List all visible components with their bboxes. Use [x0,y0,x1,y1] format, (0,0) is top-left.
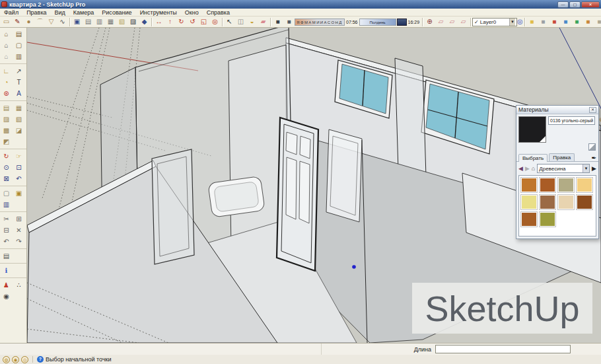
3d-text-tool[interactable]: A [13,88,25,99]
tape-measure-tool[interactable]: ∟ [0,65,13,77]
print-button[interactable]: ▤ [0,250,13,262]
circle-tool[interactable]: ● [23,17,34,27]
stamp-tool[interactable]: ▧ [13,114,25,125]
copy-button[interactable]: ⊞ [13,213,25,225]
cut-button[interactable]: ✂ [0,213,13,225]
layer-dropdown[interactable]: ✓ Layer0 ▼ [472,18,517,26]
undo-button[interactable]: ↶ [0,236,13,247]
axes-tool[interactable]: ↗ [13,65,25,77]
scale-cube-tool[interactable]: ▦ [105,17,116,27]
section-plane-button[interactable]: ▱ [435,17,446,27]
save-file-button[interactable]: ▥ [0,199,13,210]
open-file-button[interactable]: ▣ [13,188,25,199]
forward-button[interactable]: ▶ [525,165,530,172]
shadow-time-slider-end[interactable] [397,18,407,26]
view-side-button[interactable]: ▥ [13,51,25,62]
line-tool[interactable]: ✎ [12,17,23,27]
select-tool[interactable]: ↖ [224,17,235,27]
collection-dropdown[interactable]: Древесина ▼ [537,164,590,173]
move-cube-tool[interactable]: ▤ [83,17,94,27]
maximize-button[interactable]: ▢ [569,1,581,8]
menu-item[interactable]: Справка [203,9,234,16]
help-icon[interactable]: ? [37,356,44,363]
menu-item[interactable]: Рисование [98,9,135,16]
wood-swatch-1[interactable] [520,177,538,193]
layer-manager-button[interactable]: ◎ [517,17,523,27]
sandbox-from-scratch-tool[interactable]: ▦ [13,102,25,114]
paint-bucket-tool[interactable]: ◒ [246,17,258,27]
detail-arrow-button[interactable]: ▶ [592,165,596,172]
view-top-button[interactable]: ▢ [13,40,25,51]
push-pull-tool[interactable]: ▣ [71,17,83,27]
shadow-settings-button[interactable]: ■ [272,17,283,27]
get-models-button[interactable]: ■ [583,17,594,27]
menu-item[interactable]: Окно [181,9,203,16]
intersect-tool[interactable]: ▧ [116,17,127,27]
back-button[interactable]: ◀ [518,165,523,172]
rectangle-tool[interactable]: ▭ [1,17,12,27]
erase-button[interactable]: ✕ [13,225,25,236]
solid-tools[interactable]: ◆ [139,17,150,27]
axes-display-button[interactable]: ⊕ [424,17,435,27]
offset-tool[interactable]: ◎ [209,17,221,27]
preview-in-google-earth-button[interactable]: ■ [571,17,583,27]
follow-me-tool[interactable]: ▥ [94,17,105,27]
outer-shell-tool[interactable]: ▨ [127,17,139,27]
eyedropper-icon[interactable]: ✒ [591,155,596,161]
tab-edit[interactable]: Правка [549,153,575,161]
default-material-button[interactable] [588,143,596,151]
home-icon[interactable]: ⌂ [532,165,535,172]
section-cuts-button[interactable]: ▱ [446,17,458,27]
rotate-back-tool[interactable]: ↺ [187,17,198,27]
wood-swatch-8[interactable] [576,194,593,210]
shadow-time-slider[interactable]: Полдень [359,18,396,26]
flip-edge-tool[interactable]: ◩ [0,136,13,147]
materials-close-button[interactable]: ✕ [589,107,596,113]
menu-item[interactable]: Правка [22,9,50,16]
scale-tool[interactable]: ◱ [198,17,209,27]
position-camera-tool[interactable]: ♟ [0,279,13,291]
wood-swatch-3[interactable] [557,177,575,193]
wood-swatch-6[interactable] [539,194,556,210]
materials-panel-titlebar[interactable]: Материалы ✕ [516,106,598,114]
material-name-field[interactable]: 0136 угольно-серый [548,116,595,125]
paste-button[interactable]: ⊟ [0,225,13,236]
credit-status-icon[interactable]: ◉ [12,356,19,363]
zoom-window-tool[interactable]: ⊡ [13,162,25,173]
add-detail-tool[interactable]: ◪ [13,125,25,136]
wood-swatch-9[interactable] [520,211,538,227]
geolocation-status-icon[interactable]: ◍ [3,356,10,363]
zoom-extents-tool[interactable]: ⊠ [0,173,13,184]
get-current-view-button[interactable]: ■ [526,17,538,27]
wood-swatch-10[interactable] [539,211,556,227]
rotate-tool[interactable]: ↻ [176,17,187,27]
share-model-button[interactable]: ■ [594,17,601,27]
measurement-input[interactable] [435,345,571,353]
arc-tool[interactable]: ⌒ [34,17,46,27]
wood-swatch-2[interactable] [539,177,556,193]
menu-item[interactable]: Файл [0,9,22,16]
close-button[interactable]: ✕ [581,1,600,8]
view-back-button[interactable]: ▤ [13,28,25,40]
menu-item[interactable]: Инструменты [136,9,181,16]
sandbox-from-contours-tool[interactable]: ▤ [0,102,13,114]
signin-status-icon[interactable]: ◎ [21,356,28,363]
move-tool[interactable]: ↔ [153,17,164,27]
text-tool[interactable]: T [13,77,25,88]
look-around-tool[interactable]: ◉ [0,291,13,302]
orbit-tool[interactable]: ↻ [0,151,13,162]
wood-swatch-4[interactable] [576,177,593,193]
menu-item[interactable]: Камера [69,9,98,16]
toggle-terrain-button[interactable]: ■ [538,17,549,27]
polygon-tool[interactable]: ▽ [46,17,57,27]
make-component-button[interactable]: ◫ [235,17,246,27]
menu-item[interactable]: Вид [51,9,69,16]
push-up-tool[interactable]: ↑ [164,17,176,27]
view-front-button[interactable]: ⌂ [0,40,13,51]
tab-select[interactable]: Выбрать [518,154,548,162]
minimize-button[interactable]: — [557,1,569,8]
current-material-preview[interactable] [518,116,546,143]
section-display-button[interactable]: ▱ [458,17,469,27]
previous-view-tool[interactable]: ↶ [13,173,25,184]
freehand-tool[interactable]: ∿ [57,17,68,27]
